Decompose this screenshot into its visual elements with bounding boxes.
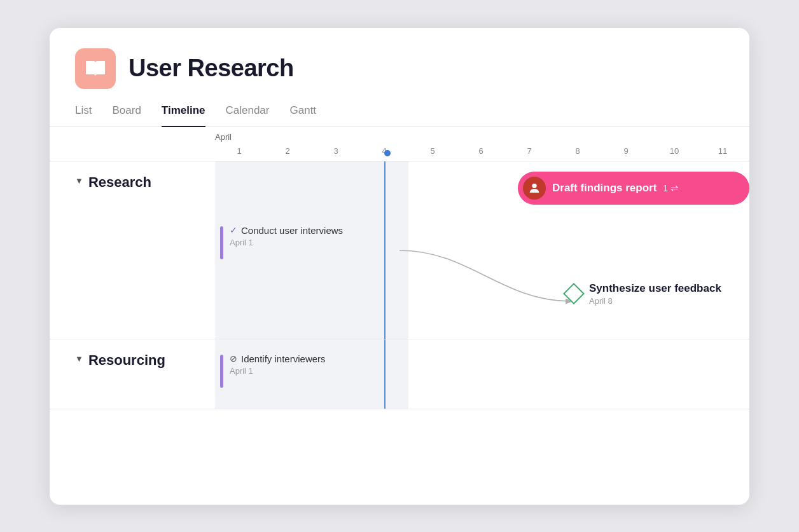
tab-list[interactable]: List bbox=[75, 104, 92, 127]
task-synthesize-feedback[interactable]: Synthesize user feedback April 8 bbox=[566, 282, 721, 306]
section-name-research: Research bbox=[88, 174, 151, 191]
section-label-research: ▼ Research bbox=[50, 161, 215, 339]
today-line-research bbox=[384, 161, 386, 339]
draft-findings-label: Draft findings report bbox=[552, 182, 657, 194]
day-9: 9 bbox=[602, 146, 650, 156]
purple-bar-interviews bbox=[220, 226, 223, 259]
tab-bar: List Board Timeline Calendar Gantt bbox=[50, 89, 749, 127]
synthesize-info: Synthesize user feedback April 8 bbox=[589, 282, 721, 306]
tab-gantt[interactable]: Gantt bbox=[290, 104, 317, 127]
section-name-resourcing: Resourcing bbox=[88, 352, 165, 369]
interviews-date: April 1 bbox=[230, 238, 343, 247]
research-content: Draft findings report 1 ⇌ ✓ Conduct user… bbox=[215, 161, 749, 339]
interviews-info: ✓ Conduct user interviews April 1 bbox=[230, 225, 343, 247]
today-line-resourcing bbox=[384, 339, 386, 409]
section-label-resourcing: ▼ Resourcing bbox=[50, 339, 215, 409]
section-research: ▼ Research Draft find bbox=[50, 161, 749, 339]
date-header: April 1 2 3 4 5 6 7 8 9 10 11 12 bbox=[50, 127, 749, 161]
task-bar-draft-findings[interactable]: Draft findings report 1 ⇌ bbox=[518, 172, 749, 205]
timeline-area: April 1 2 3 4 5 6 7 8 9 10 11 12 bbox=[50, 127, 749, 409]
project-header: User Research bbox=[50, 28, 749, 89]
purple-bar-resourcing bbox=[220, 355, 223, 388]
tab-calendar[interactable]: Calendar bbox=[226, 104, 270, 127]
section-resourcing: ▼ Resourcing ⊘ Identify interviewers bbox=[50, 339, 749, 409]
diamond-icon bbox=[563, 283, 585, 304]
resourcing-content: ⊘ Identify interviewers April 1 bbox=[215, 339, 749, 409]
synthesize-name: Synthesize user feedback bbox=[589, 282, 721, 295]
tab-board[interactable]: Board bbox=[112, 104, 141, 127]
day-7: 7 bbox=[505, 146, 553, 156]
day-6: 6 bbox=[457, 146, 505, 156]
chevron-icon-resourcing[interactable]: ▼ bbox=[75, 354, 83, 364]
day-1: 1 bbox=[215, 146, 263, 156]
interviews-name: ✓ Conduct user interviews bbox=[230, 225, 343, 236]
book-open-icon bbox=[84, 57, 107, 80]
avatar-user bbox=[523, 177, 546, 200]
app-container: User Research List Board Timeline Calend… bbox=[50, 28, 749, 505]
day-8: 8 bbox=[553, 146, 602, 156]
day-12: 12 bbox=[747, 146, 749, 156]
day-11: 11 bbox=[698, 146, 747, 156]
project-icon bbox=[75, 48, 116, 89]
synthesize-date: April 8 bbox=[589, 296, 721, 306]
month-label: April bbox=[215, 132, 232, 142]
tab-timeline[interactable]: Timeline bbox=[162, 104, 205, 127]
interviewers-info: ⊘ Identify interviewers April 1 bbox=[230, 353, 326, 376]
check-icon: ✓ bbox=[230, 225, 237, 235]
interviewers-date: April 1 bbox=[230, 366, 326, 376]
chevron-icon-research[interactable]: ▼ bbox=[75, 176, 83, 186]
page-title: User Research bbox=[129, 55, 294, 82]
task-identify-interviewers[interactable]: ⊘ Identify interviewers April 1 bbox=[220, 353, 326, 388]
day-2: 2 bbox=[263, 146, 312, 156]
circle-check-icon: ⊘ bbox=[230, 353, 237, 364]
draft-findings-meta: 1 ⇌ bbox=[663, 182, 679, 194]
svg-point-0 bbox=[532, 183, 536, 188]
date-numbers: 1 2 3 4 5 6 7 8 9 10 11 12 bbox=[215, 127, 749, 161]
day-10: 10 bbox=[650, 146, 698, 156]
day-5: 5 bbox=[408, 146, 457, 156]
today-indicator bbox=[384, 127, 391, 161]
day-3: 3 bbox=[312, 146, 360, 156]
task-conduct-interviews[interactable]: ✓ Conduct user interviews April 1 bbox=[220, 225, 343, 259]
interviewers-name: ⊘ Identify interviewers bbox=[230, 353, 326, 364]
